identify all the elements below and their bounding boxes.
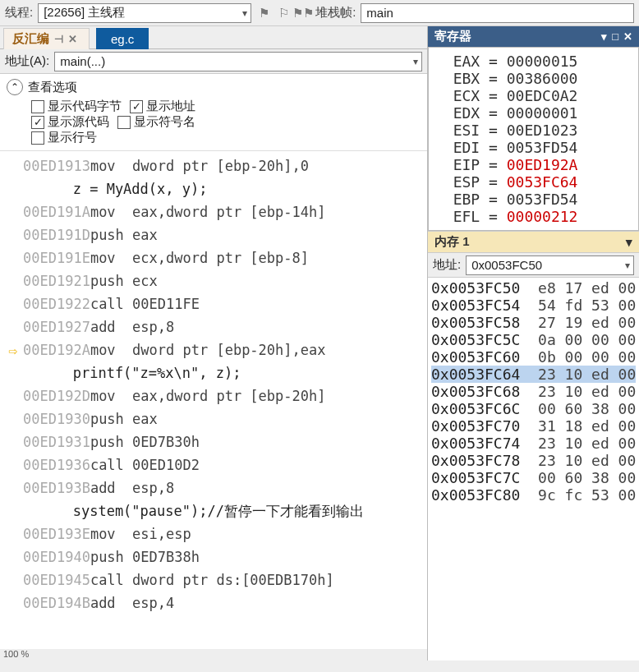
memory-addr-input[interactable]: 0x0053FC50	[466, 255, 634, 275]
memory-line[interactable]: 0x0053FC5C 0a 00 00 00	[431, 331, 636, 348]
register-line[interactable]: EAX = 00000015	[435, 53, 632, 70]
disasm-line[interactable]: 00ED192D mov eax,dword ptr [ebp-20h]	[3, 384, 427, 407]
address-value: main(...)	[60, 54, 105, 68]
disasm-line[interactable]: 00ED1921 push ecx	[3, 269, 427, 292]
top-toolbar: 线程: [22656] 主线程 ⚑ ⚐ ⚑⚑ 堆栈帧: main	[0, 0, 639, 26]
zoom-level[interactable]: 100 %	[0, 649, 427, 660]
disasm-line[interactable]: 00ED193E mov esi,esp	[3, 522, 427, 545]
disasm-view[interactable]: 00ED1913 mov dword ptr [ebp-20h],0 z = M…	[0, 151, 427, 649]
disasm-line[interactable]: 00ED1922 call 00ED11FE	[3, 292, 427, 315]
disasm-line[interactable]: 00ED1945 call dword ptr ds:[00EDB170h]	[3, 568, 427, 591]
disasm-tab-bar: 反汇编 ⊣ ✕ eg.c	[0, 26, 427, 49]
registers-header: 寄存器 ▾ □ ✕	[428, 26, 639, 47]
disasm-line[interactable]: 00ED191A mov eax,dword ptr [ebp-14h]	[3, 200, 427, 223]
memory-line[interactable]: 0x0053FC6C 00 60 38 00	[431, 400, 636, 417]
register-line[interactable]: ESP = 0053FC64	[435, 173, 632, 191]
register-line[interactable]: EFL = 00000212	[435, 208, 632, 225]
chk-show-symbol[interactable]: 显示符号名	[117, 114, 195, 130]
pin-icon[interactable]: ⊣	[54, 33, 63, 45]
disasm-line[interactable]: 00ED191D push eax	[3, 223, 427, 246]
disasm-line[interactable]: 00ED191E mov ecx,dword ptr [ebp-8]	[3, 246, 427, 269]
memory-line[interactable]: 0x0053FC78 23 10 ed 00	[431, 452, 636, 469]
disasm-line[interactable]: 00ED1931 push 0ED7B30h	[3, 430, 427, 453]
thread-label: 线程:	[5, 5, 33, 21]
dropdown-icon[interactable]: ▾	[601, 30, 607, 43]
chk-show-source[interactable]: ✓ 显示源代码	[31, 114, 109, 130]
memory-header: 内存 1 ▾	[428, 231, 639, 253]
stackframe-combo[interactable]: main	[361, 3, 634, 23]
disasm-line[interactable]: 00ED1936 call 00ED10D2	[3, 453, 427, 476]
memory-line[interactable]: 0x0053FC80 9c fc 53 00	[431, 486, 636, 504]
disasm-tab[interactable]: 反汇编 ⊣ ✕	[3, 28, 90, 49]
checkbox-icon: ✓	[31, 116, 44, 129]
disasm-line[interactable]: printf("z=%x\n", z);	[3, 361, 427, 384]
register-line[interactable]: EDX = 00000001	[435, 104, 632, 122]
memory-line[interactable]: 0x0053FC60 0b 00 00 00	[431, 348, 636, 366]
disasm-line[interactable]: 00ED1927 add esp,8	[3, 315, 427, 338]
register-line[interactable]: EIP = 00ED192A	[435, 156, 632, 173]
chk-show-address[interactable]: ✓ 显示地址	[130, 99, 195, 114]
flag-outline-icon[interactable]: ⚐	[276, 6, 291, 21]
disasm-title: 反汇编	[12, 31, 49, 47]
checkbox-icon	[31, 100, 44, 113]
memory-line[interactable]: 0x0053FC54 54 fd 53 00	[431, 297, 636, 314]
memory-line[interactable]: 0x0053FC74 23 10 ed 00	[431, 435, 636, 452]
flags-icon[interactable]: ⚑⚑	[296, 6, 310, 21]
disasm-line[interactable]: 00ED194B add esp,4	[3, 591, 427, 614]
file-tab[interactable]: eg.c	[96, 28, 149, 50]
chk-show-bytes[interactable]: 显示代码字节	[31, 99, 122, 114]
address-combo[interactable]: main(...)	[54, 52, 422, 71]
registers-title: 寄存器	[434, 29, 471, 44]
memory-line[interactable]: 0x0053FC70 31 18 ed 00	[431, 417, 636, 435]
disasm-line[interactable]: 00ED1930 push eax	[3, 407, 427, 430]
flag-icon[interactable]: ⚑	[256, 6, 271, 21]
checkbox-icon	[31, 131, 44, 145]
registers-view[interactable]: EAX = 00000015 EBX = 00386000 ECX = 00ED…	[428, 47, 639, 231]
disasm-line[interactable]: 00ED1913 mov dword ptr [ebp-20h],0	[3, 154, 427, 177]
memory-title: 内存 1	[434, 234, 470, 250]
memory-line[interactable]: 0x0053FC50 e8 17 ed 00	[431, 279, 636, 297]
register-line[interactable]: ESI = 00ED1023	[435, 122, 632, 139]
disasm-line[interactable]: system("pause");//暂停一下才能看到输出	[3, 499, 427, 522]
memory-view[interactable]: 0x0053FC50 e8 17 ed 000x0053FC54 54 fd 5…	[428, 278, 639, 660]
disasm-line[interactable]: 00ED193B add esp,8	[3, 476, 427, 499]
register-line[interactable]: ECX = 00EDC0A2	[435, 87, 632, 104]
file-tab-label: eg.c	[111, 32, 134, 46]
disasm-line[interactable]: 00ED1940 push 0ED7B38h	[3, 545, 427, 568]
thread-value: [22656] 主线程	[44, 5, 125, 21]
close-icon[interactable]: ✕	[68, 33, 77, 45]
memory-addr-label: 地址:	[433, 257, 461, 273]
checkbox-icon	[117, 116, 131, 129]
chk-show-lineno[interactable]: 显示行号	[31, 130, 97, 145]
dropdown-icon[interactable]: ▾	[626, 235, 632, 250]
checkbox-icon: ✓	[130, 100, 143, 113]
close-icon[interactable]: ✕	[623, 30, 632, 43]
window-icon[interactable]: □	[612, 30, 618, 43]
address-label: 地址(A):	[5, 53, 49, 69]
thread-combo[interactable]: [22656] 主线程	[38, 3, 251, 23]
register-line[interactable]: EDI = 0053FD54	[435, 139, 632, 156]
memory-line[interactable]: 0x0053FC58 27 19 ed 00	[431, 314, 636, 331]
memory-addr-value: 0x0053FC50	[471, 258, 542, 272]
options-title: 查看选项	[28, 80, 77, 95]
stackframe-value: main	[366, 6, 393, 20]
memory-line[interactable]: 0x0053FC68 23 10 ed 00	[431, 383, 636, 400]
memory-line[interactable]: 0x0053FC7C 00 60 38 00	[431, 469, 636, 486]
stackframe-label: 堆栈帧:	[315, 5, 356, 21]
disasm-line[interactable]: z = MyAdd(x, y);	[3, 177, 427, 200]
disasm-line[interactable]: 00ED192A mov dword ptr [ebp-20h],eax	[3, 338, 427, 361]
options-collapse-button[interactable]: ⌃	[7, 79, 23, 95]
memory-line[interactable]: 0x0053FC64 23 10 ed 00	[431, 366, 636, 383]
register-line[interactable]: EBP = 0053FD54	[435, 191, 632, 208]
register-line[interactable]: EBX = 00386000	[435, 70, 632, 87]
